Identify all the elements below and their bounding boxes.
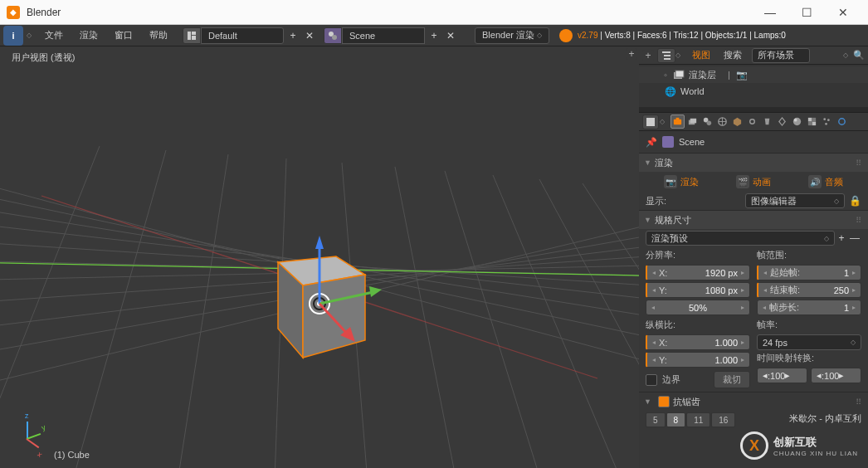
layout-add-button[interactable]: + bbox=[285, 27, 300, 44]
window-title: Blender bbox=[27, 7, 752, 18]
resolution-percentage-field[interactable]: ◂50%▸ bbox=[646, 300, 750, 315]
viewport-canvas[interactable] bbox=[0, 46, 639, 468]
outliner-search-menu[interactable]: 搜索 bbox=[717, 49, 749, 61]
aa-sample-11[interactable]: 11 bbox=[686, 412, 710, 427]
outliner-type-dropdown[interactable]: ◇ bbox=[675, 51, 680, 59]
aspect-x-field[interactable]: ◂X:1.000▸ bbox=[646, 334, 750, 350]
layout-remove-button[interactable]: ✕ bbox=[302, 27, 317, 44]
display-mode-select[interactable]: 图像编辑器◇ bbox=[745, 193, 845, 208]
tab-modifiers[interactable] bbox=[760, 115, 774, 129]
panel-header-antialias[interactable]: ▼ 抗锯齿 ⠿ bbox=[639, 392, 868, 411]
preset-add-button[interactable]: + bbox=[835, 231, 848, 246]
outliner-scrollbar[interactable] bbox=[639, 107, 868, 112]
menu-window[interactable]: 窗口 bbox=[106, 25, 141, 46]
outliner-panel: + ◇ 视图 搜索 所有场景 ◇ 🔍 ◦ 渲染层 bbox=[639, 46, 868, 113]
pin-icon[interactable]: 📌 bbox=[646, 137, 657, 148]
svg-point-61 bbox=[827, 119, 830, 121]
remap-new-field[interactable]: ◂:100▸ bbox=[811, 368, 861, 383]
svg-line-23 bbox=[493, 175, 631, 468]
antialias-checkbox[interactable] bbox=[658, 396, 670, 407]
preset-remove-button[interactable]: — bbox=[848, 231, 861, 246]
drag-handle-icon[interactable]: ⠿ bbox=[856, 397, 863, 407]
camera-icon[interactable]: 📷 bbox=[735, 68, 749, 81]
properties-editor-icon[interactable] bbox=[642, 115, 659, 129]
outliner-item-world[interactable]: 🌐 World bbox=[639, 83, 868, 100]
aspect-y-field[interactable]: ◂Y:1.000▸ bbox=[646, 352, 750, 368]
fps-select[interactable]: 24 fps◇ bbox=[757, 334, 861, 350]
tab-texture[interactable] bbox=[805, 115, 819, 129]
frame-end-field[interactable]: ◂结束帧:250▸ bbox=[757, 282, 861, 298]
render-engine-select[interactable]: Blender 渲染◇ bbox=[475, 27, 549, 44]
panel-header-dimensions[interactable]: ▼ 规格尺寸 ⠿ bbox=[639, 211, 868, 229]
svg-rect-45 bbox=[675, 71, 684, 77]
menu-file[interactable]: 文件 bbox=[37, 25, 71, 46]
svg-point-63 bbox=[839, 119, 845, 124]
maximize-button[interactable]: ☐ bbox=[788, 1, 825, 24]
screen-layout-select[interactable]: Default bbox=[201, 27, 284, 44]
clapboard-icon: 🎬 bbox=[736, 175, 749, 188]
svg-rect-43 bbox=[664, 58, 671, 60]
info-editor-icon[interactable]: i bbox=[3, 26, 23, 46]
close-button[interactable]: ✕ bbox=[825, 1, 861, 24]
properties-panel: ◇ 📌 Scene bbox=[639, 113, 868, 468]
minimize-button[interactable]: — bbox=[752, 1, 788, 24]
scene-context-icon bbox=[662, 136, 674, 148]
properties-breadcrumb: Scene bbox=[679, 137, 705, 147]
border-checkbox[interactable] bbox=[646, 374, 657, 386]
tab-constraints[interactable] bbox=[745, 115, 759, 129]
menu-help[interactable]: 帮助 bbox=[141, 25, 176, 46]
tab-world[interactable] bbox=[715, 115, 729, 129]
animation-button[interactable]: 🎬动画 bbox=[736, 175, 771, 188]
aa-sample-16[interactable]: 16 bbox=[711, 412, 735, 427]
editor-type-dropdown-icon[interactable]: ◇ bbox=[27, 32, 32, 39]
scene-remove-button[interactable]: ✕ bbox=[443, 27, 458, 44]
aa-sample-8[interactable]: 8 bbox=[666, 412, 686, 427]
resolution-x-field[interactable]: ◂X:1920 px▸ bbox=[646, 265, 750, 280]
resolution-y-field[interactable]: ◂Y:1080 px▸ bbox=[646, 282, 750, 298]
outliner-split-corner[interactable]: + bbox=[642, 50, 654, 61]
crop-button[interactable]: 裁切 bbox=[714, 371, 750, 388]
lock-icon[interactable]: 🔒 bbox=[848, 193, 861, 208]
tab-object[interactable] bbox=[730, 115, 744, 129]
tab-data[interactable] bbox=[775, 115, 789, 129]
outliner-filter-dropdown[interactable]: ◇ bbox=[843, 51, 848, 59]
prop-type-dropdown[interactable]: ◇ bbox=[660, 118, 665, 125]
remap-old-field[interactable]: ◂:100▸ bbox=[757, 368, 807, 383]
tab-render[interactable] bbox=[671, 115, 685, 129]
svg-marker-38 bbox=[369, 286, 382, 297]
outliner-item-renderlayers[interactable]: ◦ 渲染层 | 📷 bbox=[639, 66, 868, 83]
frame-start-field[interactable]: ◂起始帧:1▸ bbox=[757, 265, 861, 280]
audio-button[interactable]: 🔊音频 bbox=[808, 175, 843, 188]
panel-header-render[interactable]: ▼ 渲染 ⠿ bbox=[639, 154, 868, 172]
aa-sample-5[interactable]: 5 bbox=[646, 412, 666, 427]
tab-scene[interactable] bbox=[700, 115, 714, 129]
svg-point-54 bbox=[793, 118, 801, 125]
drag-handle-icon[interactable]: ⠿ bbox=[856, 216, 863, 225]
viewport-split-corner[interactable]: + bbox=[626, 48, 637, 60]
svg-rect-0 bbox=[188, 32, 191, 40]
3d-viewport[interactable]: 用户视图 (透视) + bbox=[0, 46, 639, 468]
svg-rect-50 bbox=[690, 119, 696, 124]
outliner-editor-icon[interactable] bbox=[657, 48, 675, 63]
search-icon[interactable]: 🔍 bbox=[853, 50, 865, 61]
outliner-view-menu[interactable]: 视图 bbox=[685, 49, 717, 61]
svg-rect-47 bbox=[674, 119, 681, 125]
resolution-label: 分辨率: bbox=[646, 249, 750, 261]
tab-physics[interactable] bbox=[835, 115, 849, 129]
tab-material[interactable] bbox=[790, 115, 804, 129]
drag-handle-icon[interactable]: ⠿ bbox=[856, 158, 863, 168]
menu-render[interactable]: 渲染 bbox=[71, 25, 106, 46]
tab-particles[interactable] bbox=[820, 115, 834, 129]
screen-layout-icon[interactable] bbox=[183, 27, 201, 44]
svg-rect-42 bbox=[664, 55, 671, 56]
render-button[interactable]: 📷渲染 bbox=[664, 175, 699, 188]
scene-add-button[interactable]: + bbox=[427, 27, 441, 44]
frame-step-field[interactable]: ◂帧步长:1▸ bbox=[757, 300, 861, 315]
render-preset-select[interactable]: 渲染预设◇ bbox=[646, 231, 835, 246]
camera-icon: 📷 bbox=[664, 175, 677, 188]
svg-rect-48 bbox=[676, 118, 680, 120]
scene-select[interactable]: Scene bbox=[342, 27, 425, 44]
tab-render-layers[interactable] bbox=[685, 115, 700, 129]
scene-browse-icon[interactable] bbox=[324, 27, 342, 44]
outliner-filter-select[interactable]: 所有场景 bbox=[752, 48, 810, 63]
